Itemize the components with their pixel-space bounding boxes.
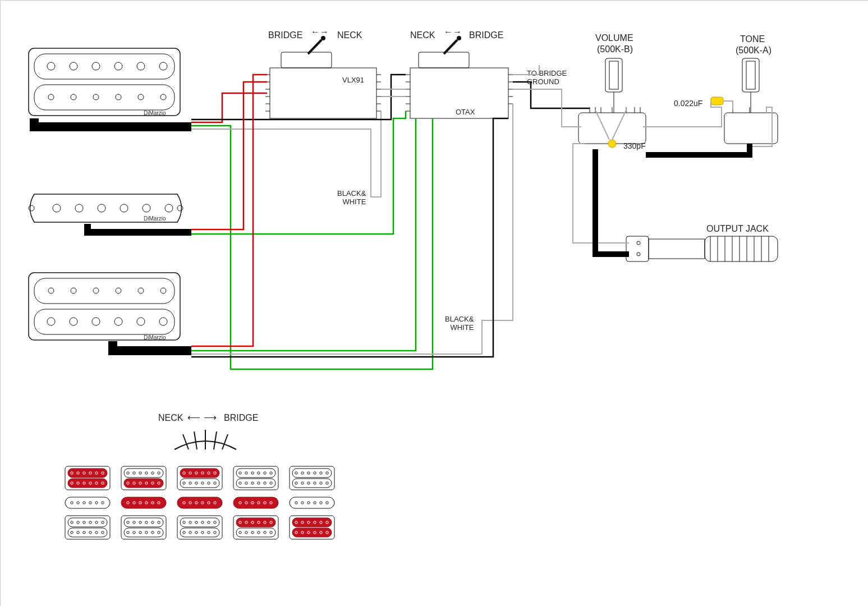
volume-pot <box>578 58 646 148</box>
svg-point-33 <box>160 288 166 293</box>
svg-rect-2 <box>34 85 174 110</box>
svg-point-30 <box>93 288 99 293</box>
svg-point-21 <box>120 204 128 212</box>
svg-point-104 <box>637 241 640 245</box>
svg-rect-86 <box>724 113 778 144</box>
wiring-diagram: BRIDGE ←→ NECK NECK ←→ BRIDGE VLX91 OTAX… <box>0 0 868 606</box>
svg-rect-60 <box>410 68 508 118</box>
svg-rect-43 <box>281 52 332 68</box>
svg-line-41 <box>308 40 322 54</box>
svg-point-18 <box>53 204 61 212</box>
svg-point-32 <box>138 288 144 293</box>
svg-point-20 <box>98 204 105 212</box>
svg-point-31 <box>116 288 121 293</box>
svg-rect-59 <box>419 52 469 68</box>
svg-point-23 <box>165 204 173 212</box>
svg-text:DiMarzio: DiMarzio <box>144 215 166 222</box>
svg-rect-1 <box>34 54 174 79</box>
svg-line-106 <box>612 110 626 140</box>
pickup-middle-single: DiMarzio <box>29 194 183 222</box>
svg-line-108 <box>183 434 189 449</box>
tone-pot <box>711 58 778 144</box>
svg-rect-93 <box>649 239 705 259</box>
pickup-bridge-humbucker: DiMarzio <box>29 273 180 341</box>
svg-point-3 <box>47 62 55 70</box>
svg-point-38 <box>137 318 145 325</box>
svg-point-6 <box>114 62 122 70</box>
svg-rect-91 <box>711 97 723 105</box>
svg-point-9 <box>48 94 54 100</box>
svg-line-107 <box>595 110 609 140</box>
svg-point-12 <box>116 94 121 100</box>
svg-point-36 <box>92 318 100 325</box>
svg-text:DiMarzio: DiMarzio <box>144 110 166 116</box>
svg-point-11 <box>93 94 99 100</box>
svg-line-112 <box>222 434 228 449</box>
diagram-svg: DiMarzio DiMarzio DiMarzio <box>1 1 868 606</box>
legend-switch-graphic <box>174 430 236 449</box>
svg-rect-128 <box>65 497 110 508</box>
svg-point-7 <box>137 62 145 70</box>
svg-point-4 <box>70 62 77 70</box>
svg-point-16 <box>29 205 34 211</box>
svg-point-19 <box>75 204 83 212</box>
svg-rect-85 <box>746 61 755 89</box>
pickup-neck-humbucker: DiMarzio <box>29 48 180 116</box>
svg-point-35 <box>70 318 77 325</box>
pickup-position-legend <box>65 466 334 539</box>
svg-line-57 <box>444 40 457 54</box>
svg-text:DiMarzio: DiMarzio <box>144 334 166 341</box>
svg-point-8 <box>159 62 167 70</box>
svg-point-58 <box>457 36 461 40</box>
svg-point-42 <box>321 36 325 40</box>
svg-point-29 <box>71 288 76 293</box>
svg-point-34 <box>47 318 55 325</box>
svg-rect-92 <box>626 236 649 261</box>
svg-point-37 <box>114 318 122 325</box>
svg-point-5 <box>92 62 100 70</box>
svg-rect-72 <box>605 58 622 92</box>
svg-rect-202 <box>177 497 222 508</box>
svg-rect-239 <box>233 497 278 508</box>
svg-point-39 <box>159 318 167 325</box>
svg-point-83 <box>608 140 616 148</box>
svg-point-10 <box>71 94 76 100</box>
svg-rect-84 <box>742 58 759 92</box>
selector-switch-1 <box>265 36 381 118</box>
svg-rect-94 <box>705 236 778 261</box>
svg-point-14 <box>160 94 166 100</box>
svg-rect-276 <box>290 497 334 508</box>
output-jack <box>626 236 778 261</box>
svg-point-17 <box>177 205 183 211</box>
svg-rect-73 <box>609 61 618 89</box>
svg-point-28 <box>48 288 54 293</box>
svg-line-109 <box>194 431 197 449</box>
svg-point-22 <box>143 204 150 212</box>
svg-line-111 <box>214 431 217 449</box>
svg-rect-165 <box>121 497 166 508</box>
svg-point-105 <box>637 252 640 256</box>
svg-rect-44 <box>270 68 376 118</box>
svg-point-13 <box>138 94 144 100</box>
svg-rect-0 <box>29 48 180 116</box>
selector-switch-2 <box>406 36 513 118</box>
svg-rect-27 <box>34 309 174 334</box>
svg-rect-26 <box>34 278 174 304</box>
svg-rect-25 <box>29 273 180 340</box>
